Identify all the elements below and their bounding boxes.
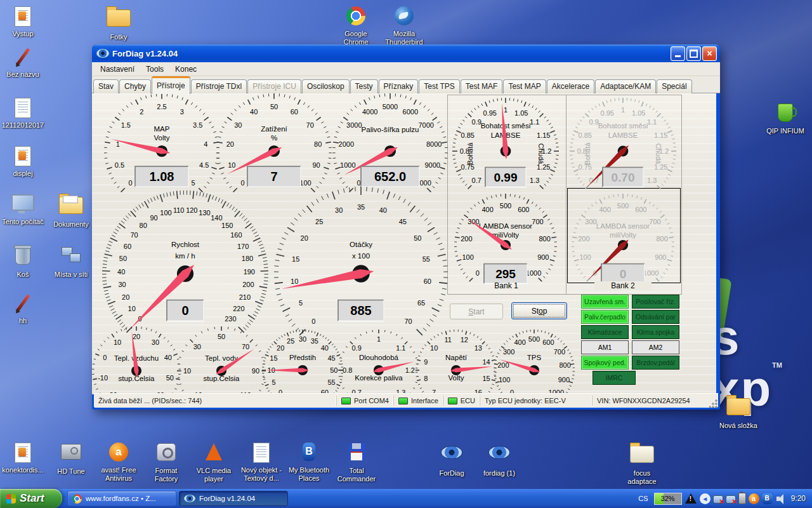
indicator-am1[interactable]: AM1 (581, 340, 629, 354)
doc-icon (1, 98, 44, 119)
network-offline-icon-1[interactable] (713, 495, 723, 504)
svg-text:30: 30 (152, 338, 159, 346)
svg-text:600: 600 (542, 338, 554, 346)
gauge-rychlost: 0102030405060708090100110120130140150160… (102, 190, 268, 333)
status-interface: Interface (393, 396, 443, 406)
tab-p-stroje-icu[interactable]: Přístroje ICU (247, 79, 301, 93)
icon-hd-tune[interactable]: HD Tune (49, 441, 93, 476)
close-button[interactable]: × (702, 46, 717, 61)
tab-stav[interactable]: Stav (93, 79, 119, 93)
warning-icon[interactable] (684, 493, 697, 504)
icon-nova-slozka[interactable]: Nová složka (717, 394, 760, 430)
menu-item-nastaven[interactable]: Nastavení (95, 64, 140, 75)
icon-focus-adaptace[interactable]: focus adaptace (620, 441, 664, 485)
tab-test-tps[interactable]: Test TPS (419, 79, 459, 93)
bluetooth-icon[interactable]: B (762, 493, 773, 504)
start-button[interactable]: Start (450, 304, 503, 319)
svg-text:20: 20 (301, 234, 308, 242)
icon-google-chrome[interactable]: Google Chrome (334, 5, 377, 46)
taskbar: Start www.fordfans.cz • Z...ForDiag v1.2… (0, 489, 812, 508)
icon-mista-v-siti[interactable]: Místa v síti (49, 244, 93, 279)
svg-text:55: 55 (422, 255, 430, 263)
start-menu-button[interactable]: Start (0, 489, 62, 508)
tab-chyby[interactable]: Chyby (119, 79, 151, 93)
svg-text:40: 40 (379, 206, 387, 214)
svg-text:120: 120 (186, 206, 197, 214)
tab-testy[interactable]: Testy (350, 79, 378, 93)
svg-text:2000: 2000 (339, 140, 354, 148)
icon-vlc[interactable]: VLC media player (192, 441, 235, 483)
taskbar-clock[interactable]: 9:20 (791, 494, 806, 503)
svg-text:5: 5 (191, 179, 195, 187)
menu-item-tools[interactable]: Tools (140, 64, 169, 75)
indicator-am2[interactable]: AM2 (632, 340, 679, 354)
port-led-icon (341, 398, 351, 404)
maximize-button[interactable] (686, 46, 701, 61)
minimize-button[interactable] (671, 46, 685, 61)
network-offline-icon-2[interactable] (726, 495, 736, 504)
icon-fordiag-1[interactable]: fordiag (1) (478, 441, 521, 478)
hidden-icons-chevron[interactable]: ◄ (700, 493, 710, 504)
svg-text:25: 25 (287, 337, 294, 345)
icon-dokumenty[interactable]: Dokumenty (49, 192, 93, 229)
icon-fotky[interactable]: Fotky (97, 5, 140, 41)
svg-text:Tepl. vody: Tepl. vody (205, 354, 238, 362)
indicator-ods-v-n-par[interactable]: Odsávání par (632, 310, 679, 324)
indicator-brzdov-ped-l[interactable]: Brzdov.pedál (632, 356, 679, 370)
icon-displej[interactable]: displej (1, 145, 44, 178)
svg-text:20: 20 (133, 333, 140, 340)
tab-p-znaky[interactable]: Příznaky (379, 79, 419, 93)
indicator-spojkov-ped-[interactable]: Spojkový ped. (581, 356, 629, 370)
icon-vystup[interactable]: Vystup (1, 5, 44, 38)
icon-kos[interactable]: Koš (1, 244, 44, 279)
svg-text:140: 140 (211, 214, 222, 222)
tab-speci-l[interactable]: Speciál (657, 79, 691, 93)
tab-p-stroje-tdxl[interactable]: Přístroje TDxl (191, 79, 247, 93)
svg-text:200: 200 (497, 361, 509, 369)
battery-icon[interactable] (738, 493, 746, 504)
indicator-paliv-erpadlo[interactable]: Paliv.čerpadlo (581, 310, 629, 324)
indicator-uzav-en-sm-[interactable]: Uzavřená sm. (581, 295, 629, 309)
tab-adaptace-kam[interactable]: Adaptace/KAM (595, 79, 656, 93)
task-button-fordiag-v1-24-04[interactable]: ForDiag v1.24.04 (179, 491, 288, 506)
icon-tento-pocitac[interactable]: Tento počítač (1, 192, 44, 226)
svg-text:MAP: MAP (154, 125, 170, 133)
tab-osciloskop[interactable]: Osciloskop (302, 79, 350, 93)
title-bar[interactable]: ForDiag v1.24.04 × (92, 44, 720, 62)
icon-fordiag[interactable]: ForDiag (430, 441, 473, 478)
indicator-imrc[interactable]: IMRC (593, 371, 636, 385)
language-indicator[interactable]: CS (635, 493, 651, 504)
icon-12112012017[interactable]: 12112012017 (1, 97, 44, 130)
indicator-posilova-z-[interactable]: Posilovač říz. (632, 295, 679, 309)
icon-avast[interactable]: aavast! Free Antivirus (97, 441, 140, 482)
tab-p-stroje[interactable]: Přístroje (152, 76, 190, 94)
icon-my-bluetooth-places[interactable]: BMy Bluetooth Places (287, 441, 331, 482)
icon-bez-nazvu[interactable]: Bez názvu (1, 46, 44, 79)
gauge-tps: 01002003004005006007008009001000TPS (494, 330, 575, 394)
icon-mozilla-thunderbird[interactable]: Mozilla Thunderbird (383, 5, 426, 46)
icon-konektordis[interactable]: konektordis... (1, 441, 44, 474)
menu-item-konec[interactable]: Konec (169, 64, 202, 75)
icon-qip-infium[interactable]: QIP INFIUM (764, 102, 807, 135)
doc-orange-icon (1, 146, 44, 168)
tab-test-maf[interactable]: Test MAF (461, 79, 503, 93)
tab-test-map[interactable]: Test MAP (503, 79, 546, 93)
svg-text:80: 80 (314, 140, 322, 148)
indicator-klima-spojka[interactable]: Klima.spojka (632, 325, 679, 339)
interface-led-icon (398, 398, 408, 404)
task-button-www-fordfans-cz-z-[interactable]: www.fordfans.cz • Z... (67, 491, 176, 506)
resize-grip[interactable] (709, 399, 718, 408)
icon-total-commander[interactable]: Total Commander (335, 441, 378, 483)
tab-akcelerace[interactable]: Akcelerace (547, 79, 594, 93)
icon-hh[interactable]: hh (1, 292, 44, 325)
avast-icon[interactable]: a (749, 493, 759, 504)
volume-icon[interactable] (775, 493, 786, 504)
computer-icon (1, 194, 44, 216)
svg-text:1.08: 1.08 (150, 170, 174, 184)
svg-text:130: 130 (199, 209, 210, 217)
icon-novy-objekt[interactable]: Nový objekt - Textový d... (240, 441, 283, 482)
indicator-klimatizace[interactable]: Klimatizace (581, 325, 629, 339)
icon-format-factory[interactable]: Format Factory (145, 441, 188, 483)
stop-button[interactable]: Stop (511, 302, 567, 319)
svg-text:40: 40 (164, 354, 172, 361)
